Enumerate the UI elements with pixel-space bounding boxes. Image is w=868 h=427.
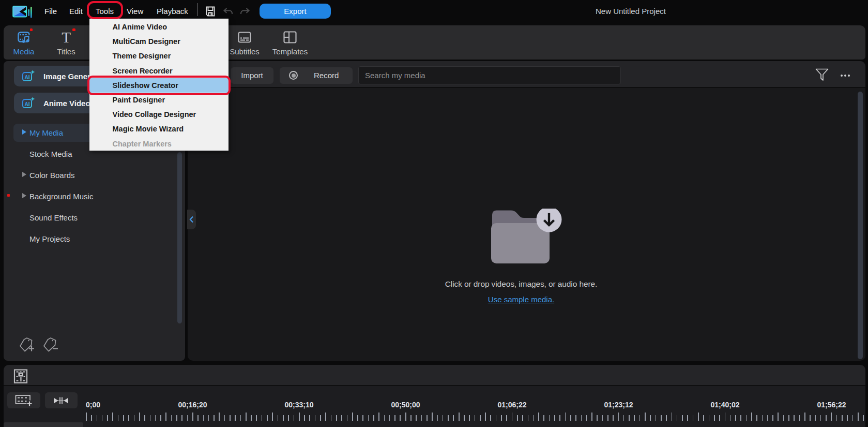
svg-text:AI: AI xyxy=(25,101,30,107)
svg-text:AI: AI xyxy=(25,75,30,80)
